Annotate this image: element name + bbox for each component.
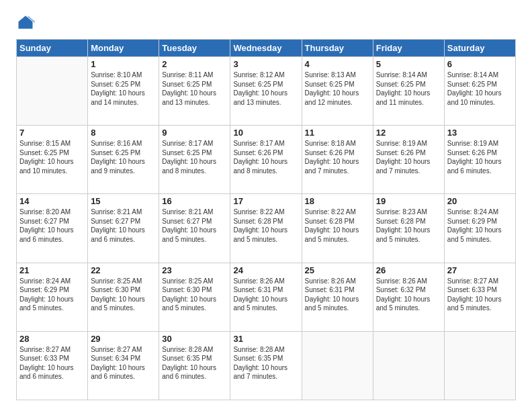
day-number: 28 xyxy=(19,334,85,344)
cell-content: Sunrise: 8:26 AM Sunset: 6:31 PM Dayligh… xyxy=(233,277,298,313)
calendar-cell: 6Sunrise: 8:14 AM Sunset: 6:25 PM Daylig… xyxy=(444,57,515,126)
day-number: 19 xyxy=(376,196,441,206)
logo xyxy=(16,13,38,32)
cell-content: Sunrise: 8:15 AM Sunset: 6:25 PM Dayligh… xyxy=(19,139,85,175)
day-number: 9 xyxy=(162,128,227,138)
calendar-cell: 7Sunrise: 8:15 AM Sunset: 6:25 PM Daylig… xyxy=(17,126,88,194)
calendar-cell: 30Sunrise: 8:28 AM Sunset: 6:35 PM Dayli… xyxy=(159,331,230,400)
calendar-cell: 25Sunrise: 8:26 AM Sunset: 6:31 PM Dayli… xyxy=(302,263,373,331)
calendar-cell: 28Sunrise: 8:27 AM Sunset: 6:33 PM Dayli… xyxy=(17,331,88,400)
calendar-cell: 2Sunrise: 8:11 AM Sunset: 6:25 PM Daylig… xyxy=(159,57,230,126)
cell-content: Sunrise: 8:21 AM Sunset: 6:27 PM Dayligh… xyxy=(162,208,227,244)
weekday-header-friday: Friday xyxy=(373,40,444,57)
day-number: 25 xyxy=(305,265,370,275)
calendar-cell: 12Sunrise: 8:19 AM Sunset: 6:26 PM Dayli… xyxy=(373,126,444,194)
calendar-cell: 4Sunrise: 8:13 AM Sunset: 6:25 PM Daylig… xyxy=(302,57,373,126)
calendar-cell: 26Sunrise: 8:26 AM Sunset: 6:32 PM Dayli… xyxy=(373,263,444,331)
weekday-header-sunday: Sunday xyxy=(17,40,88,57)
calendar-cell: 21Sunrise: 8:24 AM Sunset: 6:29 PM Dayli… xyxy=(17,263,88,331)
calendar-cell: 8Sunrise: 8:16 AM Sunset: 6:25 PM Daylig… xyxy=(88,126,159,194)
svg-marker-0 xyxy=(19,16,33,29)
cell-content: Sunrise: 8:14 AM Sunset: 6:25 PM Dayligh… xyxy=(376,71,441,107)
logo-icon xyxy=(16,13,35,32)
day-number: 12 xyxy=(376,128,441,138)
calendar-cell: 3Sunrise: 8:12 AM Sunset: 6:25 PM Daylig… xyxy=(230,57,302,126)
weekday-header-monday: Monday xyxy=(88,40,159,57)
day-number: 5 xyxy=(376,59,441,69)
calendar-cell: 10Sunrise: 8:17 AM Sunset: 6:26 PM Dayli… xyxy=(230,126,302,194)
day-number: 1 xyxy=(91,59,156,69)
day-number: 15 xyxy=(91,196,156,206)
calendar-week-row-2: 14Sunrise: 8:20 AM Sunset: 6:27 PM Dayli… xyxy=(17,194,516,263)
calendar-cell: 24Sunrise: 8:26 AM Sunset: 6:31 PM Dayli… xyxy=(230,263,302,331)
cell-content: Sunrise: 8:16 AM Sunset: 6:25 PM Dayligh… xyxy=(91,139,156,175)
cell-content: Sunrise: 8:17 AM Sunset: 6:26 PM Dayligh… xyxy=(233,139,298,175)
cell-content: Sunrise: 8:22 AM Sunset: 6:28 PM Dayligh… xyxy=(233,208,298,244)
calendar-cell xyxy=(17,57,88,126)
day-number: 23 xyxy=(162,265,227,275)
cell-content: Sunrise: 8:17 AM Sunset: 6:25 PM Dayligh… xyxy=(162,139,227,175)
weekday-header-row: SundayMondayTuesdayWednesdayThursdayFrid… xyxy=(17,40,516,57)
calendar-cell: 27Sunrise: 8:27 AM Sunset: 6:33 PM Dayli… xyxy=(444,263,515,331)
day-number: 18 xyxy=(305,196,370,206)
day-number: 4 xyxy=(305,59,370,69)
cell-content: Sunrise: 8:24 AM Sunset: 6:29 PM Dayligh… xyxy=(447,208,513,244)
cell-content: Sunrise: 8:13 AM Sunset: 6:25 PM Dayligh… xyxy=(305,71,370,107)
calendar-cell: 22Sunrise: 8:25 AM Sunset: 6:30 PM Dayli… xyxy=(88,263,159,331)
day-number: 16 xyxy=(162,196,227,206)
cell-content: Sunrise: 8:28 AM Sunset: 6:35 PM Dayligh… xyxy=(162,345,227,381)
day-number: 7 xyxy=(19,128,85,138)
cell-content: Sunrise: 8:25 AM Sunset: 6:30 PM Dayligh… xyxy=(162,277,227,313)
calendar-cell: 17Sunrise: 8:22 AM Sunset: 6:28 PM Dayli… xyxy=(230,194,302,263)
calendar-cell xyxy=(302,331,373,400)
day-number: 29 xyxy=(91,334,156,344)
weekday-header-thursday: Thursday xyxy=(302,40,373,57)
calendar-week-row-4: 28Sunrise: 8:27 AM Sunset: 6:33 PM Dayli… xyxy=(17,331,516,400)
cell-content: Sunrise: 8:12 AM Sunset: 6:25 PM Dayligh… xyxy=(233,71,298,107)
cell-content: Sunrise: 8:21 AM Sunset: 6:27 PM Dayligh… xyxy=(91,208,156,244)
day-number: 13 xyxy=(447,128,513,138)
calendar-cell: 16Sunrise: 8:21 AM Sunset: 6:27 PM Dayli… xyxy=(159,194,230,263)
calendar-cell: 29Sunrise: 8:27 AM Sunset: 6:34 PM Dayli… xyxy=(88,331,159,400)
day-number: 11 xyxy=(305,128,370,138)
day-number: 6 xyxy=(447,59,513,69)
day-number: 14 xyxy=(19,196,85,206)
calendar-cell: 9Sunrise: 8:17 AM Sunset: 6:25 PM Daylig… xyxy=(159,126,230,194)
cell-content: Sunrise: 8:26 AM Sunset: 6:32 PM Dayligh… xyxy=(376,277,441,313)
header xyxy=(16,13,516,32)
cell-content: Sunrise: 8:19 AM Sunset: 6:26 PM Dayligh… xyxy=(447,139,513,175)
cell-content: Sunrise: 8:27 AM Sunset: 6:33 PM Dayligh… xyxy=(19,345,85,381)
day-number: 3 xyxy=(233,59,298,69)
weekday-header-wednesday: Wednesday xyxy=(230,40,302,57)
day-number: 24 xyxy=(233,265,298,275)
cell-content: Sunrise: 8:27 AM Sunset: 6:34 PM Dayligh… xyxy=(91,345,156,381)
calendar-cell: 23Sunrise: 8:25 AM Sunset: 6:30 PM Dayli… xyxy=(159,263,230,331)
cell-content: Sunrise: 8:20 AM Sunset: 6:27 PM Dayligh… xyxy=(19,208,85,244)
weekday-header-tuesday: Tuesday xyxy=(159,40,230,57)
page: SundayMondayTuesdayWednesdayThursdayFrid… xyxy=(0,0,532,411)
calendar-cell: 11Sunrise: 8:18 AM Sunset: 6:26 PM Dayli… xyxy=(302,126,373,194)
calendar-cell xyxy=(444,331,515,400)
calendar-cell: 15Sunrise: 8:21 AM Sunset: 6:27 PM Dayli… xyxy=(88,194,159,263)
calendar-week-row-3: 21Sunrise: 8:24 AM Sunset: 6:29 PM Dayli… xyxy=(17,263,516,331)
day-number: 30 xyxy=(162,334,227,344)
calendar-cell: 20Sunrise: 8:24 AM Sunset: 6:29 PM Dayli… xyxy=(444,194,515,263)
cell-content: Sunrise: 8:24 AM Sunset: 6:29 PM Dayligh… xyxy=(19,277,85,313)
calendar-cell: 19Sunrise: 8:23 AM Sunset: 6:28 PM Dayli… xyxy=(373,194,444,263)
day-number: 22 xyxy=(91,265,156,275)
day-number: 17 xyxy=(233,196,298,206)
cell-content: Sunrise: 8:25 AM Sunset: 6:30 PM Dayligh… xyxy=(91,277,156,313)
day-number: 21 xyxy=(19,265,85,275)
calendar-cell: 31Sunrise: 8:28 AM Sunset: 6:35 PM Dayli… xyxy=(230,331,302,400)
calendar-cell: 5Sunrise: 8:14 AM Sunset: 6:25 PM Daylig… xyxy=(373,57,444,126)
calendar-cell: 1Sunrise: 8:10 AM Sunset: 6:25 PM Daylig… xyxy=(88,57,159,126)
cell-content: Sunrise: 8:23 AM Sunset: 6:28 PM Dayligh… xyxy=(376,208,441,244)
calendar-cell: 13Sunrise: 8:19 AM Sunset: 6:26 PM Dayli… xyxy=(444,126,515,194)
day-number: 27 xyxy=(447,265,513,275)
calendar-week-row-1: 7Sunrise: 8:15 AM Sunset: 6:25 PM Daylig… xyxy=(17,126,516,194)
day-number: 8 xyxy=(91,128,156,138)
weekday-header-saturday: Saturday xyxy=(444,40,515,57)
cell-content: Sunrise: 8:19 AM Sunset: 6:26 PM Dayligh… xyxy=(376,139,441,175)
cell-content: Sunrise: 8:27 AM Sunset: 6:33 PM Dayligh… xyxy=(447,277,513,313)
cell-content: Sunrise: 8:28 AM Sunset: 6:35 PM Dayligh… xyxy=(233,345,298,381)
